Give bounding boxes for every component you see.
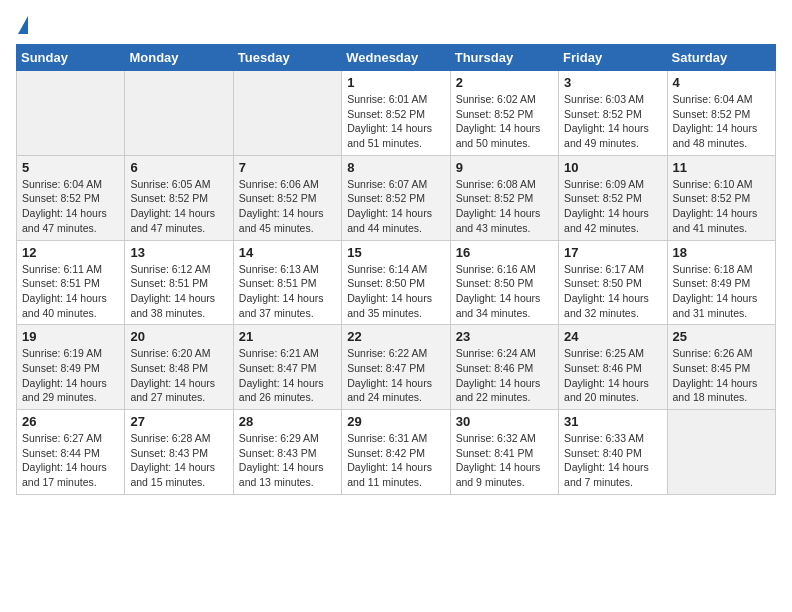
day-number: 25 — [673, 329, 770, 344]
day-info: Sunrise: 6:12 AM Sunset: 8:51 PM Dayligh… — [130, 262, 227, 321]
col-header-monday: Monday — [125, 45, 233, 71]
day-number: 15 — [347, 245, 444, 260]
calendar-cell: 15Sunrise: 6:14 AM Sunset: 8:50 PM Dayli… — [342, 240, 450, 325]
day-info: Sunrise: 6:31 AM Sunset: 8:42 PM Dayligh… — [347, 431, 444, 490]
day-number: 6 — [130, 160, 227, 175]
day-info: Sunrise: 6:04 AM Sunset: 8:52 PM Dayligh… — [673, 92, 770, 151]
day-number: 11 — [673, 160, 770, 175]
calendar-cell: 4Sunrise: 6:04 AM Sunset: 8:52 PM Daylig… — [667, 71, 775, 156]
col-header-thursday: Thursday — [450, 45, 558, 71]
day-info: Sunrise: 6:27 AM Sunset: 8:44 PM Dayligh… — [22, 431, 119, 490]
calendar-week-row: 5Sunrise: 6:04 AM Sunset: 8:52 PM Daylig… — [17, 155, 776, 240]
calendar-cell — [125, 71, 233, 156]
day-info: Sunrise: 6:05 AM Sunset: 8:52 PM Dayligh… — [130, 177, 227, 236]
calendar-cell: 5Sunrise: 6:04 AM Sunset: 8:52 PM Daylig… — [17, 155, 125, 240]
day-info: Sunrise: 6:06 AM Sunset: 8:52 PM Dayligh… — [239, 177, 336, 236]
calendar-cell: 19Sunrise: 6:19 AM Sunset: 8:49 PM Dayli… — [17, 325, 125, 410]
day-number: 31 — [564, 414, 661, 429]
logo-triangle-icon — [18, 16, 28, 34]
col-header-sunday: Sunday — [17, 45, 125, 71]
day-info: Sunrise: 6:32 AM Sunset: 8:41 PM Dayligh… — [456, 431, 553, 490]
calendar-cell: 12Sunrise: 6:11 AM Sunset: 8:51 PM Dayli… — [17, 240, 125, 325]
day-info: Sunrise: 6:18 AM Sunset: 8:49 PM Dayligh… — [673, 262, 770, 321]
page-header — [16, 16, 776, 32]
calendar-cell: 6Sunrise: 6:05 AM Sunset: 8:52 PM Daylig… — [125, 155, 233, 240]
day-number: 20 — [130, 329, 227, 344]
calendar-week-row: 26Sunrise: 6:27 AM Sunset: 8:44 PM Dayli… — [17, 410, 776, 495]
day-number: 17 — [564, 245, 661, 260]
day-info: Sunrise: 6:04 AM Sunset: 8:52 PM Dayligh… — [22, 177, 119, 236]
calendar-cell: 27Sunrise: 6:28 AM Sunset: 8:43 PM Dayli… — [125, 410, 233, 495]
day-info: Sunrise: 6:03 AM Sunset: 8:52 PM Dayligh… — [564, 92, 661, 151]
day-number: 4 — [673, 75, 770, 90]
day-number: 7 — [239, 160, 336, 175]
day-info: Sunrise: 6:33 AM Sunset: 8:40 PM Dayligh… — [564, 431, 661, 490]
day-number: 19 — [22, 329, 119, 344]
calendar-table: SundayMondayTuesdayWednesdayThursdayFrid… — [16, 44, 776, 495]
day-info: Sunrise: 6:08 AM Sunset: 8:52 PM Dayligh… — [456, 177, 553, 236]
day-number: 13 — [130, 245, 227, 260]
day-info: Sunrise: 6:07 AM Sunset: 8:52 PM Dayligh… — [347, 177, 444, 236]
day-info: Sunrise: 6:26 AM Sunset: 8:45 PM Dayligh… — [673, 346, 770, 405]
day-info: Sunrise: 6:02 AM Sunset: 8:52 PM Dayligh… — [456, 92, 553, 151]
col-header-tuesday: Tuesday — [233, 45, 341, 71]
day-number: 16 — [456, 245, 553, 260]
calendar-cell: 23Sunrise: 6:24 AM Sunset: 8:46 PM Dayli… — [450, 325, 558, 410]
day-info: Sunrise: 6:14 AM Sunset: 8:50 PM Dayligh… — [347, 262, 444, 321]
calendar-cell: 25Sunrise: 6:26 AM Sunset: 8:45 PM Dayli… — [667, 325, 775, 410]
calendar-cell: 7Sunrise: 6:06 AM Sunset: 8:52 PM Daylig… — [233, 155, 341, 240]
logo — [16, 16, 28, 32]
calendar-week-row: 12Sunrise: 6:11 AM Sunset: 8:51 PM Dayli… — [17, 240, 776, 325]
calendar-cell — [233, 71, 341, 156]
calendar-cell: 18Sunrise: 6:18 AM Sunset: 8:49 PM Dayli… — [667, 240, 775, 325]
calendar-cell: 11Sunrise: 6:10 AM Sunset: 8:52 PM Dayli… — [667, 155, 775, 240]
day-info: Sunrise: 6:16 AM Sunset: 8:50 PM Dayligh… — [456, 262, 553, 321]
day-number: 24 — [564, 329, 661, 344]
calendar-cell: 3Sunrise: 6:03 AM Sunset: 8:52 PM Daylig… — [559, 71, 667, 156]
day-number: 28 — [239, 414, 336, 429]
day-info: Sunrise: 6:20 AM Sunset: 8:48 PM Dayligh… — [130, 346, 227, 405]
day-info: Sunrise: 6:13 AM Sunset: 8:51 PM Dayligh… — [239, 262, 336, 321]
calendar-cell: 2Sunrise: 6:02 AM Sunset: 8:52 PM Daylig… — [450, 71, 558, 156]
day-info: Sunrise: 6:21 AM Sunset: 8:47 PM Dayligh… — [239, 346, 336, 405]
day-number: 23 — [456, 329, 553, 344]
calendar-cell: 29Sunrise: 6:31 AM Sunset: 8:42 PM Dayli… — [342, 410, 450, 495]
day-info: Sunrise: 6:24 AM Sunset: 8:46 PM Dayligh… — [456, 346, 553, 405]
calendar-cell: 8Sunrise: 6:07 AM Sunset: 8:52 PM Daylig… — [342, 155, 450, 240]
col-header-friday: Friday — [559, 45, 667, 71]
day-number: 14 — [239, 245, 336, 260]
calendar-cell: 22Sunrise: 6:22 AM Sunset: 8:47 PM Dayli… — [342, 325, 450, 410]
day-number: 1 — [347, 75, 444, 90]
calendar-cell — [667, 410, 775, 495]
day-info: Sunrise: 6:10 AM Sunset: 8:52 PM Dayligh… — [673, 177, 770, 236]
day-info: Sunrise: 6:28 AM Sunset: 8:43 PM Dayligh… — [130, 431, 227, 490]
day-number: 5 — [22, 160, 119, 175]
day-number: 30 — [456, 414, 553, 429]
day-info: Sunrise: 6:22 AM Sunset: 8:47 PM Dayligh… — [347, 346, 444, 405]
calendar-header-row: SundayMondayTuesdayWednesdayThursdayFrid… — [17, 45, 776, 71]
day-info: Sunrise: 6:01 AM Sunset: 8:52 PM Dayligh… — [347, 92, 444, 151]
day-number: 22 — [347, 329, 444, 344]
calendar-cell: 21Sunrise: 6:21 AM Sunset: 8:47 PM Dayli… — [233, 325, 341, 410]
day-info: Sunrise: 6:11 AM Sunset: 8:51 PM Dayligh… — [22, 262, 119, 321]
calendar-cell: 17Sunrise: 6:17 AM Sunset: 8:50 PM Dayli… — [559, 240, 667, 325]
calendar-cell — [17, 71, 125, 156]
calendar-week-row: 19Sunrise: 6:19 AM Sunset: 8:49 PM Dayli… — [17, 325, 776, 410]
calendar-cell: 20Sunrise: 6:20 AM Sunset: 8:48 PM Dayli… — [125, 325, 233, 410]
day-info: Sunrise: 6:09 AM Sunset: 8:52 PM Dayligh… — [564, 177, 661, 236]
day-info: Sunrise: 6:25 AM Sunset: 8:46 PM Dayligh… — [564, 346, 661, 405]
day-number: 3 — [564, 75, 661, 90]
calendar-cell: 1Sunrise: 6:01 AM Sunset: 8:52 PM Daylig… — [342, 71, 450, 156]
day-number: 27 — [130, 414, 227, 429]
calendar-cell: 26Sunrise: 6:27 AM Sunset: 8:44 PM Dayli… — [17, 410, 125, 495]
day-number: 21 — [239, 329, 336, 344]
day-number: 9 — [456, 160, 553, 175]
calendar-cell: 14Sunrise: 6:13 AM Sunset: 8:51 PM Dayli… — [233, 240, 341, 325]
col-header-wednesday: Wednesday — [342, 45, 450, 71]
day-number: 2 — [456, 75, 553, 90]
calendar-cell: 9Sunrise: 6:08 AM Sunset: 8:52 PM Daylig… — [450, 155, 558, 240]
calendar-cell: 13Sunrise: 6:12 AM Sunset: 8:51 PM Dayli… — [125, 240, 233, 325]
col-header-saturday: Saturday — [667, 45, 775, 71]
day-number: 26 — [22, 414, 119, 429]
calendar-cell: 31Sunrise: 6:33 AM Sunset: 8:40 PM Dayli… — [559, 410, 667, 495]
